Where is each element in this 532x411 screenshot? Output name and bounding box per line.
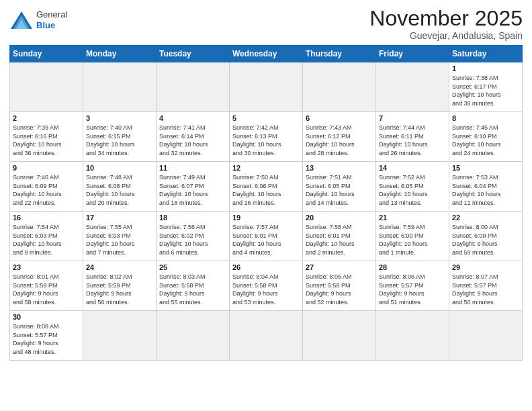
day-info: Sunrise: 7:43 AM Sunset: 6:12 PM Dayligh… — [306, 124, 373, 157]
calendar-cell: 24Sunrise: 8:02 AM Sunset: 5:59 PM Dayli… — [83, 261, 157, 311]
day-number: 14 — [379, 164, 446, 172]
header-friday: Friday — [376, 46, 449, 62]
day-info: Sunrise: 7:59 AM Sunset: 6:00 PM Dayligh… — [379, 223, 446, 257]
day-info: Sunrise: 7:42 AM Sunset: 6:13 PM Dayligh… — [232, 124, 300, 157]
header-thursday: Thursday — [303, 46, 376, 62]
day-number: 23 — [13, 263, 80, 271]
calendar-cell: 2Sunrise: 7:39 AM Sunset: 6:16 PM Daylig… — [10, 112, 83, 162]
calendar-cell — [230, 311, 303, 361]
calendar-cell — [449, 311, 523, 361]
day-number: 5 — [232, 114, 300, 122]
calendar-cell: 25Sunrise: 8:03 AM Sunset: 5:58 PM Dayli… — [157, 261, 230, 311]
day-number: 13 — [306, 164, 373, 172]
calendar-cell: 14Sunrise: 7:52 AM Sunset: 6:05 PM Dayli… — [376, 162, 449, 212]
calendar-cell — [157, 311, 230, 361]
day-number: 27 — [306, 263, 373, 271]
calendar-cell — [303, 62, 376, 112]
day-info: Sunrise: 8:04 AM Sunset: 5:58 PM Dayligh… — [232, 273, 300, 306]
day-number: 30 — [13, 313, 80, 321]
day-info: Sunrise: 8:03 AM Sunset: 5:58 PM Dayligh… — [159, 273, 226, 306]
day-info: Sunrise: 8:07 AM Sunset: 5:57 PM Dayligh… — [452, 273, 519, 306]
day-number: 25 — [159, 263, 226, 271]
day-info: Sunrise: 7:46 AM Sunset: 6:09 PM Dayligh… — [13, 173, 80, 207]
day-info: Sunrise: 7:56 AM Sunset: 6:02 PM Dayligh… — [159, 223, 226, 257]
day-number: 16 — [13, 214, 80, 222]
calendar-cell: 30Sunrise: 8:08 AM Sunset: 5:57 PM Dayli… — [10, 311, 83, 361]
day-number: 6 — [306, 114, 373, 122]
calendar-cell — [230, 62, 303, 112]
calendar-cell: 11Sunrise: 7:49 AM Sunset: 6:07 PM Dayli… — [157, 162, 230, 212]
calendar-cell: 26Sunrise: 8:04 AM Sunset: 5:58 PM Dayli… — [230, 261, 303, 311]
calendar-cell: 16Sunrise: 7:54 AM Sunset: 6:03 PM Dayli… — [10, 212, 83, 261]
calendar-cell — [376, 311, 449, 361]
calendar-cell: 18Sunrise: 7:56 AM Sunset: 6:02 PM Dayli… — [157, 212, 230, 261]
calendar-cell: 1Sunrise: 7:38 AM Sunset: 6:17 PM Daylig… — [449, 62, 523, 112]
header-tuesday: Tuesday — [157, 46, 230, 62]
calendar-cell: 29Sunrise: 8:07 AM Sunset: 5:57 PM Dayli… — [449, 261, 523, 311]
day-info: Sunrise: 8:08 AM Sunset: 5:57 PM Dayligh… — [13, 322, 80, 356]
day-number: 26 — [232, 263, 300, 271]
day-info: Sunrise: 7:41 AM Sunset: 6:14 PM Dayligh… — [159, 124, 226, 157]
calendar-cell: 10Sunrise: 7:48 AM Sunset: 6:08 PM Dayli… — [83, 162, 157, 212]
day-number: 15 — [452, 164, 519, 172]
logo: General Blue — [9, 9, 67, 30]
calendar-cell: 28Sunrise: 8:06 AM Sunset: 5:57 PM Dayli… — [376, 261, 449, 311]
day-number: 21 — [379, 214, 446, 222]
header-saturday: Saturday — [449, 46, 523, 62]
header-monday: Monday — [83, 46, 157, 62]
month-title: November 2025 — [369, 7, 523, 30]
day-info: Sunrise: 7:48 AM Sunset: 6:08 PM Dayligh… — [86, 173, 153, 207]
day-number: 8 — [452, 114, 519, 122]
calendar-cell: 27Sunrise: 8:05 AM Sunset: 5:58 PM Dayli… — [303, 261, 376, 311]
day-number: 28 — [379, 263, 446, 271]
calendar-cell: 12Sunrise: 7:50 AM Sunset: 6:06 PM Dayli… — [230, 162, 303, 212]
day-number: 2 — [13, 114, 80, 122]
calendar-cell: 7Sunrise: 7:44 AM Sunset: 6:11 PM Daylig… — [376, 112, 449, 162]
day-number: 7 — [379, 114, 446, 122]
calendar-week-row: 2Sunrise: 7:39 AM Sunset: 6:16 PM Daylig… — [10, 112, 523, 162]
day-info: Sunrise: 7:50 AM Sunset: 6:06 PM Dayligh… — [232, 173, 300, 207]
calendar-cell: 5Sunrise: 7:42 AM Sunset: 6:13 PM Daylig… — [230, 112, 303, 162]
header-sunday: Sunday — [10, 46, 83, 62]
logo-text: General Blue — [36, 9, 67, 30]
day-number: 19 — [232, 214, 300, 222]
day-info: Sunrise: 7:58 AM Sunset: 6:01 PM Dayligh… — [306, 223, 373, 257]
day-number: 17 — [86, 214, 153, 222]
calendar-cell — [83, 62, 157, 112]
day-info: Sunrise: 8:05 AM Sunset: 5:58 PM Dayligh… — [306, 273, 373, 306]
calendar-cell: 3Sunrise: 7:40 AM Sunset: 6:15 PM Daylig… — [83, 112, 157, 162]
calendar-cell: 21Sunrise: 7:59 AM Sunset: 6:00 PM Dayli… — [376, 212, 449, 261]
location: Guevejar, Andalusia, Spain — [369, 30, 523, 41]
day-number: 18 — [159, 214, 226, 222]
day-number: 22 — [452, 214, 519, 222]
day-info: Sunrise: 8:01 AM Sunset: 5:59 PM Dayligh… — [13, 273, 80, 306]
calendar-cell — [303, 311, 376, 361]
title-block: November 2025 Guevejar, Andalusia, Spain — [369, 7, 523, 41]
calendar-cell: 20Sunrise: 7:58 AM Sunset: 6:01 PM Dayli… — [303, 212, 376, 261]
calendar-cell: 6Sunrise: 7:43 AM Sunset: 6:12 PM Daylig… — [303, 112, 376, 162]
calendar-cell — [83, 311, 157, 361]
calendar-cell — [376, 62, 449, 112]
header-wednesday: Wednesday — [230, 46, 303, 62]
day-info: Sunrise: 7:57 AM Sunset: 6:01 PM Dayligh… — [232, 223, 300, 257]
day-info: Sunrise: 7:55 AM Sunset: 6:03 PM Dayligh… — [86, 223, 153, 257]
day-number: 12 — [232, 164, 300, 172]
calendar-cell: 13Sunrise: 7:51 AM Sunset: 6:05 PM Dayli… — [303, 162, 376, 212]
day-number: 10 — [86, 164, 153, 172]
day-info: Sunrise: 7:53 AM Sunset: 6:04 PM Dayligh… — [452, 173, 519, 207]
page: General Blue November 2025 Guevejar, And… — [0, 0, 532, 411]
day-info: Sunrise: 7:38 AM Sunset: 6:17 PM Dayligh… — [452, 74, 519, 107]
calendar-week-row: 9Sunrise: 7:46 AM Sunset: 6:09 PM Daylig… — [10, 162, 523, 212]
day-number: 29 — [452, 263, 519, 271]
calendar-cell: 8Sunrise: 7:45 AM Sunset: 6:10 PM Daylig… — [449, 112, 523, 162]
day-info: Sunrise: 7:52 AM Sunset: 6:05 PM Dayligh… — [379, 173, 446, 207]
calendar: Sunday Monday Tuesday Wednesday Thursday… — [9, 45, 523, 361]
calendar-cell — [10, 62, 83, 112]
calendar-cell: 19Sunrise: 7:57 AM Sunset: 6:01 PM Dayli… — [230, 212, 303, 261]
day-number: 1 — [452, 64, 519, 73]
day-info: Sunrise: 7:49 AM Sunset: 6:07 PM Dayligh… — [159, 173, 226, 207]
calendar-week-row: 23Sunrise: 8:01 AM Sunset: 5:59 PM Dayli… — [10, 261, 523, 311]
day-number: 11 — [159, 164, 226, 172]
calendar-week-row: 30Sunrise: 8:08 AM Sunset: 5:57 PM Dayli… — [10, 311, 523, 361]
day-info: Sunrise: 7:45 AM Sunset: 6:10 PM Dayligh… — [452, 124, 519, 157]
